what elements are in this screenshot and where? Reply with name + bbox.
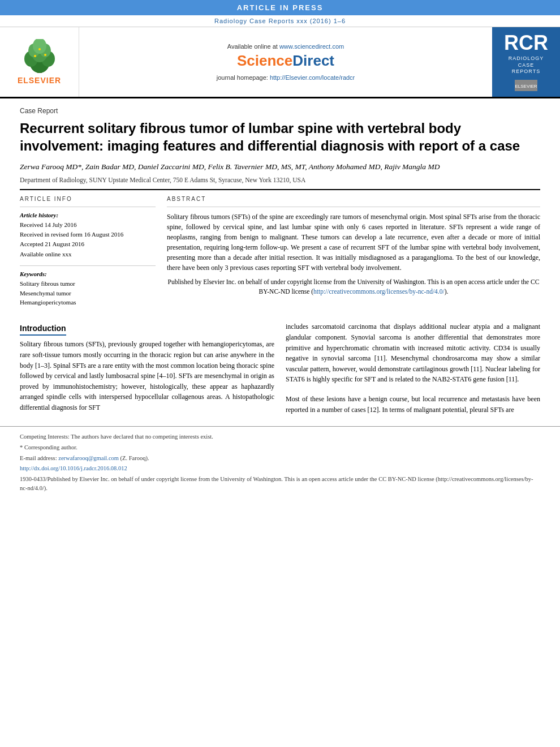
doi-link: http://dx.doi.org/10.1016/j.radcr.2016.0… — [20, 464, 540, 473]
svg-text:ELSEVIER: ELSEVIER — [515, 84, 537, 89]
abstract-col: Abstract Solitary fibrous tumors (SFTs) … — [167, 196, 540, 308]
article-history-label: Article history: — [20, 212, 156, 218]
sciencedirect-logo: ScienceDirect — [237, 52, 334, 70]
sciencedirect-link[interactable]: www.sciencedirect.com — [279, 43, 344, 50]
keyword-1: Solitary fibrous tumor — [20, 280, 156, 288]
body-content: Introduction Solitary fibrous tumors (SF… — [0, 313, 560, 420]
rcr-full-text: RADIOLOGYCASEREPORTS — [509, 55, 544, 75]
introduction-title: Introduction — [20, 324, 66, 336]
article-in-press-banner: ARTICLE IN PRESS — [0, 0, 560, 15]
abstract-text: Solitary fibrous tumors (SFTs) of the sp… — [167, 212, 540, 273]
journal-homepage: journal homepage: http://Elsevier.com/lo… — [217, 74, 355, 81]
introduction-text-right: includes sarcomatoid carcinoma that disp… — [286, 321, 540, 385]
email-info: E-mail address: zerwafarooq@gmail.com (Z… — [20, 454, 540, 463]
elsevier-logo: ELSEVIER — [0, 27, 79, 97]
available-online: Available online xxx — [20, 250, 156, 259]
received-date: Received 14 July 2016 — [20, 221, 156, 229]
article-title: Recurrent solitary fibrous tumor of lumb… — [20, 119, 540, 154]
introduction-text-left: Solitary fibrous tumors (SFTs), previous… — [20, 339, 274, 413]
keywords-label: Keywords: — [20, 271, 156, 277]
journal-homepage-link[interactable]: http://Elsevier.com/locate/radcr — [270, 74, 355, 81]
abstract-heading: Abstract — [167, 196, 540, 202]
cc-license-link[interactable]: http://creativecommons.org/licenses/by-n… — [313, 288, 445, 295]
email-link[interactable]: zerwafarooq@gmail.com — [58, 455, 119, 461]
doi-url-link[interactable]: http://dx.doi.org/10.1016/j.radcr.2016.0… — [20, 465, 127, 471]
header-section: ELSEVIER Available online at www.science… — [0, 27, 560, 98]
keyword-2: Mesenchymal tumor — [20, 289, 156, 298]
svg-point-8 — [34, 55, 36, 57]
header-middle: Available online at www.sciencedirect.co… — [79, 27, 492, 97]
journal-title-bar: Radiology Case Reports xxx (2016) 1–6 — [0, 15, 560, 27]
issn-info: 1930-0433/Published by Elsevier Inc. on … — [20, 475, 540, 493]
article-info-divider — [20, 207, 156, 207]
article-info-col: Article Info Article history: Received 1… — [20, 196, 156, 308]
elsevier-tree-icon — [17, 39, 62, 76]
article-info-heading: Article Info — [20, 196, 156, 202]
received-revised-date: Received in revised form 16 August 2016 — [20, 230, 156, 239]
authors: Zerwa Farooq MD*, Zain Badar MD, Daniel … — [20, 161, 540, 173]
case-report-label: Case Report — [20, 107, 540, 115]
rcr-logo: RCR RADIOLOGYCASEREPORTS ELSEVIER — [492, 27, 560, 97]
abstract-divider — [167, 207, 540, 207]
available-online: Available online at www.sciencedirect.co… — [227, 43, 344, 50]
corresponding-author: * Corresponding author. — [20, 443, 540, 452]
introduction-text-right-2: Most of these lesions have a benign cour… — [286, 394, 540, 415]
keyword-3: Hemangiopericytomas — [20, 298, 156, 307]
body-right-col: includes sarcomatoid carcinoma that disp… — [286, 321, 540, 415]
elsevier-text: ELSEVIER — [18, 76, 61, 85]
accepted-date: Accepted 21 August 2016 — [20, 240, 156, 248]
abstract-published: Published by Elsevier Inc. on behalf of … — [167, 277, 540, 297]
main-content: Case Report Recurrent solitary fibrous t… — [0, 98, 560, 313]
competing-interests: Competing Interests: The authors have de… — [20, 432, 540, 441]
keywords-divider — [20, 265, 156, 266]
rcr-elsevier-icon: ELSEVIER — [515, 80, 537, 91]
svg-point-10 — [38, 48, 41, 50]
body-left-col: Introduction Solitary fibrous tumors (SF… — [20, 321, 274, 415]
header-divider — [20, 189, 540, 190]
article-info-abstract: Article Info Article history: Received 1… — [20, 196, 540, 308]
affiliation: Department of Radiology, SUNY Upstate Me… — [20, 177, 540, 183]
rcr-initials: RCR — [504, 33, 548, 53]
svg-point-9 — [44, 54, 46, 56]
footer-notes: Competing Interests: The authors have de… — [0, 426, 560, 500]
